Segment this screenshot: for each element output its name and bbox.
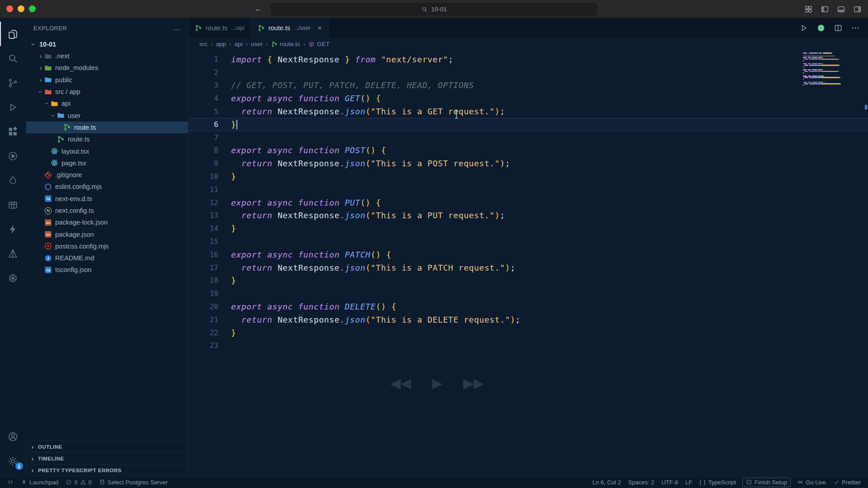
tree-item-.next[interactable]: ›.next <box>26 50 188 62</box>
code-line-3[interactable]: 3// GET, POST, PUT, PATCH, DELETE, HEAD,… <box>189 79 868 92</box>
sidebar-section-outline[interactable]: ›OUTLINE <box>26 441 188 452</box>
activity-openai-button[interactable] <box>0 266 26 290</box>
statusbar-go-live[interactable]: Go Live <box>793 476 830 488</box>
activity-live-preview-button[interactable] <box>0 144 26 168</box>
code-line-9[interactable]: 9 return NextResponse.json("This is a PO… <box>189 157 868 170</box>
statusbar-cursor-position[interactable]: Ln 6, Col 2 <box>589 476 625 488</box>
history-back-button[interactable]: ← <box>254 4 262 14</box>
statusbar-remote-indicator[interactable] <box>4 476 17 488</box>
activity-source-control-button[interactable] <box>0 70 26 95</box>
activity-accounts-button[interactable] <box>0 424 26 449</box>
code-line-8[interactable]: 8export async function POST() { <box>189 144 868 157</box>
command-center-search[interactable]: 10-01 <box>271 3 597 15</box>
tree-item-readme.md[interactable]: iREADME.md <box>26 252 188 264</box>
activity-search-button[interactable] <box>0 46 26 70</box>
close-window-button[interactable] <box>6 5 13 12</box>
breadcrumb-item-app[interactable]: app <box>216 41 226 47</box>
tree-item-api[interactable]: ›api <box>26 98 188 109</box>
tree-item-page.tsx[interactable]: page.tsx <box>26 157 188 169</box>
code-line-21[interactable]: 21 return NextResponse.json("This is a D… <box>189 313 868 326</box>
tree-item-package.json[interactable]: npmpackage.json <box>26 228 188 240</box>
tree-item-layout.tsx[interactable]: layout.tsx <box>26 145 188 157</box>
layout-grid-icon[interactable] <box>804 5 813 14</box>
breadcrumb-item-route.ts[interactable]: route.ts <box>271 41 300 47</box>
zoom-window-button[interactable] <box>29 5 36 12</box>
code-line-6[interactable]: 6} <box>189 118 868 131</box>
folder-icon <box>44 64 52 72</box>
statusbar-encoding[interactable]: UTF-8 <box>658 476 682 488</box>
statusbar-language-mode[interactable]: { }TypeScript <box>696 476 740 488</box>
code-line-5[interactable]: 5 return NextResponse.json("This is a GE… <box>189 105 868 118</box>
tree-item-package-lock.json[interactable]: npmpackage-lock.json <box>26 216 188 228</box>
statusbar-launchpad[interactable]: Launchpad <box>17 476 62 488</box>
activity-explorer-button[interactable] <box>0 22 26 46</box>
breadcrumb-item-user[interactable]: user <box>251 41 263 47</box>
close-tab-icon[interactable]: × <box>318 24 322 32</box>
minimap[interactable] <box>803 52 862 111</box>
code-line-19[interactable]: 19 <box>189 287 868 300</box>
activity-manage-button[interactable]: 1 <box>0 449 26 473</box>
toggle-panel-right-icon[interactable] <box>853 5 862 14</box>
statusbar-indentation[interactable]: Spaces: 2 <box>624 476 658 488</box>
breadcrumb-item-src[interactable]: src <box>199 41 208 47</box>
code-line-17[interactable]: 17 return NextResponse.json("This is a P… <box>189 261 868 274</box>
tree-item-route.ts[interactable]: route.ts <box>26 133 188 145</box>
statusbar-prettier[interactable]: Prettier <box>830 476 864 488</box>
breadcrumb-item-api[interactable]: api <box>235 41 243 47</box>
code-line-23[interactable]: 23 <box>189 339 868 352</box>
tree-item-tsconfig.json[interactable]: TStsconfig.json <box>26 264 188 276</box>
activity-container-tools-button[interactable] <box>0 192 26 217</box>
code-line-10[interactable]: 10} <box>189 170 868 183</box>
statusbar-finish-setup[interactable]: Finish Setup <box>742 478 791 487</box>
statusbar-postgres-server[interactable]: Select Postgres Server <box>95 476 171 488</box>
statusbar-eol[interactable]: LF <box>682 476 696 488</box>
tree-item-node-modules[interactable]: ›node_modules <box>26 62 188 74</box>
code-line-11[interactable]: 11 <box>189 183 868 196</box>
code-line-16[interactable]: 16export async function PATCH() { <box>189 248 868 261</box>
activity-prisma-button[interactable] <box>0 241 26 266</box>
activity-extensions-button[interactable] <box>0 119 26 144</box>
tree-item-.gitignore[interactable]: .gitignore <box>26 169 188 181</box>
tree-item-postcss.config.mjs[interactable]: postcss.config.mjs <box>26 240 188 252</box>
toggle-panel-left-icon[interactable] <box>821 5 829 14</box>
toggle-panel-bottom-icon[interactable] <box>837 5 845 14</box>
activity-run-debug-button[interactable] <box>0 95 26 119</box>
tree-item-route.ts[interactable]: route.ts <box>26 122 188 133</box>
code-line-2[interactable]: 2 <box>189 66 868 79</box>
sidebar-section-timeline[interactable]: ›TIMELINE <box>26 452 188 464</box>
tree-root-folder[interactable]: › 10-01 <box>26 38 188 50</box>
tree-item-public[interactable]: ›public <box>26 74 188 86</box>
code-line-14[interactable]: 14} <box>189 222 868 235</box>
code-line-12[interactable]: 12export async function PUT() { <box>189 196 868 209</box>
run-file-icon[interactable] <box>799 23 808 33</box>
code-editor[interactable]: 1import { NextResponse } from "next/serv… <box>189 51 868 476</box>
code-line-7[interactable]: 7 <box>189 131 868 144</box>
more-actions-icon[interactable] <box>851 23 860 33</box>
code-line-15[interactable]: 15 <box>189 235 868 248</box>
minimize-window-button[interactable] <box>18 5 24 12</box>
code-line-20[interactable]: 20export async function DELETE() { <box>189 300 868 313</box>
activity-thunder-client-button[interactable] <box>0 217 26 241</box>
minimap-line <box>804 77 808 78</box>
tree-item-src-app[interactable]: ›src / app <box>26 86 188 98</box>
breadcrumb-item-get[interactable]: GET <box>308 41 330 47</box>
statusbar-problems[interactable]: 00 <box>62 476 95 488</box>
activity-water-drop-button[interactable] <box>0 168 26 192</box>
tree-item-next-env.d.ts[interactable]: TSnext-env.d.ts <box>26 193 188 205</box>
code-line-18[interactable]: 18} <box>189 274 868 287</box>
code-line-13[interactable]: 13 return NextResponse.json("This is a P… <box>189 209 868 222</box>
editor-tab-api[interactable]: route.ts.../api <box>189 18 251 38</box>
explorer-more-actions-icon[interactable]: … <box>174 24 181 32</box>
code-line-4[interactable]: 4export async function GET() { <box>189 92 868 105</box>
tree-item-next.config.ts[interactable]: Nnext.config.ts <box>26 205 188 216</box>
editor-tab-user[interactable]: route.ts.../user× <box>251 18 329 38</box>
tree-item-eslint.config.mjs[interactable]: eslint.config.mjs <box>26 181 188 192</box>
split-editor-icon[interactable] <box>834 23 843 33</box>
sidebar-section-pretty[interactable]: ›PRETTY TYPESCRIPT ERRORS <box>26 464 188 476</box>
tree-item-label: api <box>61 100 70 107</box>
code-line-22[interactable]: 22} <box>189 326 868 339</box>
tree-item-user[interactable]: ›user <box>26 109 188 121</box>
token: . <box>340 159 344 168</box>
chatgpt-icon[interactable] <box>816 23 826 33</box>
code-line-1[interactable]: 1import { NextResponse } from "next/serv… <box>189 53 868 66</box>
